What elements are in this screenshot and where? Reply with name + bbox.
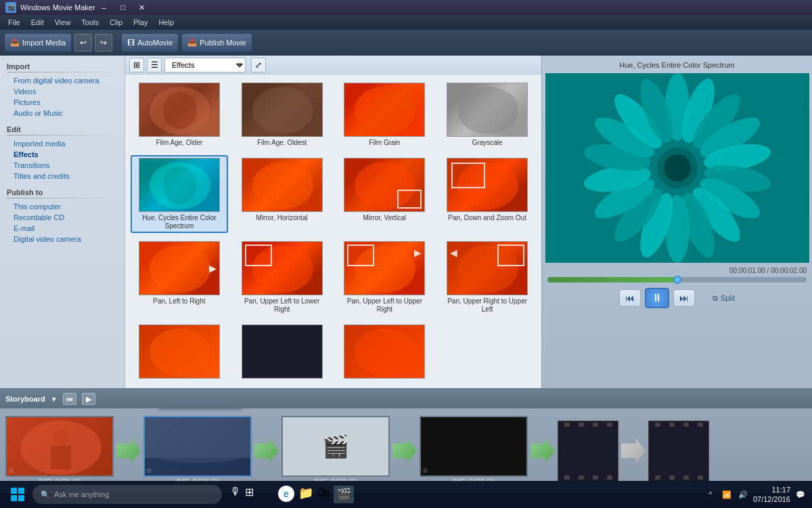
menu-help[interactable]: Help (153, 17, 179, 28)
volume-icon[interactable]: 🔊 (737, 488, 749, 501)
menu-edit[interactable]: Edit (26, 17, 49, 28)
rewind-button[interactable]: ⏮ (619, 289, 641, 307)
expand-button[interactable]: ⤢ (251, 58, 266, 72)
clock-date: 07/12/2016 (753, 494, 790, 504)
search-placeholder: Ask me anything (54, 490, 109, 499)
effect-thumb-extra-3 (344, 324, 425, 379)
effect-film-age-oldest[interactable]: Film Age, Oldest (233, 80, 331, 150)
clip-thumb-0430: ☆ (420, 416, 528, 477)
sidebar-item-recordable-cd[interactable]: Recordable CD (0, 212, 125, 223)
effect-thumb-film-age-older (139, 83, 220, 137)
redo-button[interactable]: ↪ (95, 34, 112, 51)
sidebar-item-this-computer[interactable]: This computer (0, 201, 125, 212)
sidebar-item-imported-media[interactable]: Imported media (0, 138, 125, 149)
preview-progress-thumb[interactable] (673, 276, 681, 284)
preview-area: Hue, Cycles Entire Color Spectrum (541, 56, 812, 388)
preview-progress-bar[interactable] (547, 277, 807, 282)
view-list-button[interactable]: ☰ (147, 58, 162, 72)
pause-button[interactable]: ⏸ (645, 288, 669, 308)
effect-pan-ul-lr[interactable]: Pan, Upper Left to Lower Right (233, 238, 331, 316)
split-button[interactable]: ⧉ Split (713, 294, 735, 303)
film-hole (564, 475, 570, 480)
taskbar-apps: 🎙 ⊞ e 📁 🛍 🎬 (230, 486, 354, 503)
menu-play[interactable]: Play (128, 17, 153, 28)
storyboard-play-button[interactable]: ▶ (82, 393, 95, 405)
transition-1[interactable] (115, 421, 142, 482)
clip-star-0430: ☆ (422, 467, 428, 474)
cortana-icon[interactable]: 🎙 (230, 486, 241, 503)
transition-2[interactable] (253, 421, 280, 482)
sidebar-item-digital-camera[interactable]: Digital video camera (0, 234, 125, 245)
notification-icon[interactable]: 💬 (794, 488, 807, 501)
svg-point-15 (355, 329, 415, 376)
menu-view[interactable]: View (49, 17, 76, 28)
minimize-button[interactable]: – (95, 1, 113, 14)
sidebar-item-from-camera[interactable]: From digital video camera (0, 75, 125, 86)
task-view-icon[interactable]: ⊞ (245, 486, 254, 503)
preview-time: 00:00:01.00 / 00:00:02.00 (547, 267, 807, 274)
film-hole (593, 475, 598, 480)
start-button[interactable] (5, 484, 30, 505)
sidebar-item-email[interactable]: E-mail (0, 223, 125, 234)
effect-hue-cycles[interactable]: Hue, Cycles Entire Color Spectrum (131, 155, 228, 233)
effect-extra-3[interactable] (336, 322, 434, 381)
film-hole (579, 475, 584, 480)
transition-5[interactable] (620, 421, 647, 482)
windows-logo-icon (11, 488, 24, 501)
effect-extra-2[interactable] (233, 322, 331, 381)
network-icon[interactable]: 📶 (721, 488, 733, 501)
explorer-icon[interactable]: 📁 (298, 486, 313, 503)
maximize-button[interactable]: □ (114, 1, 132, 14)
menu-file[interactable]: File (3, 17, 26, 28)
clip-img-0430[interactable]: ☆ IMG_0430 (1) (420, 416, 528, 486)
film-hole (564, 423, 570, 427)
transition-4[interactable] (529, 421, 556, 482)
sidebar-item-audio[interactable]: Audio or Music (0, 108, 125, 119)
close-button[interactable]: ✕ (133, 1, 151, 14)
effect-grayscale[interactable]: Grayscale (438, 80, 536, 150)
system-clock[interactable]: 11:17 07/12/2016 (753, 485, 790, 505)
fast-forward-button[interactable]: ⏭ (673, 289, 695, 307)
clip-img-0433[interactable]: 🎬 ☆ IMG_0433 (1) (281, 416, 390, 486)
svg-point-7 (252, 162, 313, 209)
clip-thumb-0432: ☆ (143, 416, 252, 477)
clip-filmstrip-1 (558, 421, 618, 482)
effect-pan-ul-ur[interactable]: ▶ Pan, Upper Left to Upper Right (336, 238, 434, 316)
moviemaker-taskbar-icon[interactable]: 🎬 (334, 486, 354, 503)
effect-pan-down-zoom[interactable]: Pan, Down and Zoom Out (438, 155, 536, 233)
effects-dropdown[interactable]: Effects Transitions Titles (164, 58, 246, 72)
automovie-button[interactable]: 🎞 AutoMovie (121, 33, 179, 52)
sidebar-item-titles[interactable]: Titles and credits (0, 171, 125, 182)
effect-pan-left-right[interactable]: ▶ Pan, Left to Right (131, 238, 228, 316)
film-hole (683, 475, 689, 480)
effect-film-age-older[interactable]: Film Age, Older (131, 80, 228, 150)
undo-button[interactable]: ↩ (74, 34, 92, 51)
effect-pan-ur-ul[interactable]: ◀ Pan, Upper Right to Upper Left (438, 238, 536, 316)
publish-movie-button[interactable]: 📤 Publish Movie (181, 33, 252, 52)
tray-up-icon[interactable]: ^ (704, 488, 717, 501)
effect-thumb-pan-left-right: ▶ (139, 241, 220, 295)
sidebar-item-pictures[interactable]: Pictures (0, 97, 125, 108)
transition-3[interactable] (391, 421, 418, 482)
clip-img-0432[interactable]: IMG_0432 (1) Duration: 00:00:47.20 ☆ IMG… (143, 416, 252, 486)
sidebar-item-videos[interactable]: Videos (0, 86, 125, 97)
sidebar-item-transitions[interactable]: Transitions (0, 160, 125, 171)
effect-label-film-age-oldest: Film Age, Oldest (257, 139, 307, 147)
view-thumbnail-button[interactable]: ⊞ (129, 58, 144, 72)
effect-film-grain[interactable]: Film Grain (336, 80, 434, 150)
transition-arrow-5 (621, 439, 646, 463)
effect-mirror-horiz[interactable]: Mirror, Horizontal (233, 155, 331, 233)
taskbar-search[interactable]: 🔍 Ask me anything (32, 485, 222, 504)
menu-clip[interactable]: Clip (104, 17, 128, 28)
transition-arrow-1 (116, 439, 141, 463)
store-icon[interactable]: 🛍 (317, 486, 330, 503)
storyboard-back-button[interactable]: ⏮ (63, 393, 76, 405)
sidebar-item-effects[interactable]: Effects (0, 149, 125, 160)
edge-icon[interactable]: e (278, 486, 294, 502)
menu-tools[interactable]: Tools (76, 17, 104, 28)
effect-extra-1[interactable] (131, 322, 228, 381)
clip-img-0431[interactable]: ☆ IMG_0431 (1) (5, 416, 114, 486)
effect-thumb-pan-ur-ul: ◀ (447, 241, 528, 295)
import-media-button[interactable]: 📥 Import Media (4, 33, 72, 52)
effect-mirror-vert[interactable]: Mirror, Vertical (336, 155, 434, 233)
